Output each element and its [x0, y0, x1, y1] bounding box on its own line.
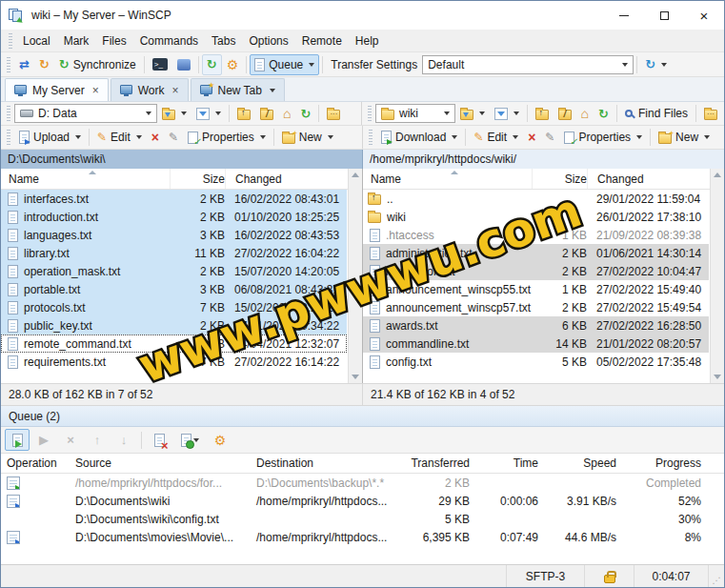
synchronize-button[interactable]: ↻Synchronize	[54, 54, 141, 75]
queue-toggle-button[interactable]: Queue	[250, 54, 319, 75]
scroll-down-icon[interactable]	[352, 375, 359, 379]
swap-panels-button[interactable]: ⇄	[14, 54, 34, 75]
queue-delete-button[interactable]: ×	[58, 429, 83, 451]
toolbar-grip[interactable]	[369, 130, 373, 145]
remote-new-button[interactable]: New	[654, 127, 715, 148]
remote-directory-tree-button[interactable]	[699, 103, 722, 124]
download-button[interactable]: Download	[376, 127, 462, 148]
local-open-directory-button[interactable]	[157, 103, 191, 124]
file-row[interactable]: operation_mask.txt2 KB15/07/2020 14:20:0…	[1, 262, 347, 280]
menu-mark[interactable]: Mark	[57, 30, 96, 51]
remote-delete-button[interactable]: ×	[523, 127, 540, 148]
local-edit-button[interactable]: ✎Edit	[92, 127, 147, 148]
local-path-label[interactable]: D:\Documents\wiki\	[1, 150, 363, 169]
local-root-directory-button[interactable]	[255, 103, 278, 124]
local-parent-directory-button[interactable]	[232, 103, 255, 124]
file-row[interactable]: protocols.txt7 KB15/02/2022 08:25:10	[1, 298, 347, 316]
remote-open-directory-button[interactable]	[455, 103, 490, 124]
file-row[interactable]: introduction.txt2 KB01/10/2020 18:25:25	[1, 208, 347, 226]
file-row[interactable]: administration.txt2 KB01/06/2021 14:30:1…	[363, 244, 709, 262]
queue-delete-all-done-button[interactable]	[147, 429, 171, 451]
column-size[interactable]: Size	[532, 169, 587, 189]
column-size[interactable]: Size	[170, 169, 225, 189]
toolbar-grip[interactable]	[7, 57, 10, 72]
tab-work[interactable]: Work ×	[111, 78, 189, 101]
queue-preferences-button[interactable]: ⚙	[208, 429, 232, 451]
queue-row[interactable]: D:\Documents\wiki\config.txt5 KB30%	[1, 510, 724, 528]
close-button[interactable]: ×	[684, 1, 724, 30]
open-console-button[interactable]: >_	[148, 54, 172, 75]
file-row[interactable]: ..29/01/2022 11:59:04	[363, 190, 709, 208]
minimize-button[interactable]	[604, 1, 644, 30]
maximize-button[interactable]	[644, 1, 684, 30]
local-properties-button[interactable]: Properties	[183, 127, 271, 148]
menu-tabs[interactable]: Tabs	[205, 30, 242, 51]
refresh-button[interactable]: ↻	[202, 54, 222, 75]
queue-row[interactable]: D:\Documents\wiki/home/mprikryl/httpdocs…	[1, 492, 724, 510]
file-row[interactable]: awards.txt6 KB27/02/2022 16:28:50	[363, 316, 709, 335]
menu-commands[interactable]: Commands	[133, 30, 205, 51]
file-row[interactable]: config.txt5 KB05/02/2022 17:35:48	[363, 353, 709, 371]
queue-move-down-button[interactable]: ↓	[111, 429, 136, 451]
column-operation[interactable]: Operation	[1, 456, 70, 470]
file-row[interactable]: portable.txt3 KB06/08/2021 08:43:31	[1, 280, 347, 298]
column-changed[interactable]: Changed	[225, 169, 347, 189]
menu-help[interactable]: Help	[349, 30, 386, 51]
file-row[interactable]: installation.txt2 KB27/02/2022 10:04:47	[363, 262, 709, 280]
file-row[interactable]: wiki26/01/2022 17:38:10	[363, 208, 709, 226]
menu-options[interactable]: Options	[242, 30, 294, 51]
synchronization-options-button[interactable]: ↻	[640, 54, 672, 75]
column-source[interactable]: Source	[70, 456, 251, 470]
file-row[interactable]: announcement_winscp55.txt1 KB27/02/2022 …	[363, 280, 709, 298]
file-row[interactable]: public_key.txt2 KB17/01/2022 10:34:22	[1, 316, 347, 335]
preferences-button[interactable]: ⚙	[222, 54, 244, 75]
file-row[interactable]: .htaccess1 KB21/09/2022 08:39:38	[363, 226, 709, 244]
remote-directory-select[interactable]: wiki	[375, 104, 455, 123]
local-scrollbar[interactable]	[348, 169, 362, 383]
file-row[interactable]: interfaces.txt2 KB16/02/2022 08:43:01	[1, 190, 347, 208]
protocol-indicator[interactable]: SFTP-3	[507, 565, 585, 587]
column-time[interactable]: Time	[475, 456, 544, 470]
local-refresh-button[interactable]: ↻	[295, 103, 315, 124]
scroll-down-icon[interactable]	[714, 375, 721, 379]
menubar-grip[interactable]	[9, 33, 12, 49]
toolbar-grip[interactable]	[7, 130, 10, 145]
transfer-settings-button[interactable]: Transfer Settings	[326, 54, 422, 75]
local-drive-select[interactable]: D: Data	[14, 104, 157, 123]
transfer-settings-select[interactable]: Default	[422, 55, 634, 74]
tab-my-server[interactable]: My Server ×	[5, 78, 109, 101]
local-filter-button[interactable]	[191, 103, 226, 124]
menu-remote[interactable]: Remote	[295, 30, 349, 51]
local-delete-button[interactable]: ×	[147, 127, 164, 148]
remote-rename-button[interactable]: ✎	[540, 127, 559, 148]
file-row[interactable]: remote_command.txt3 KB24/04/2021 12:32:0…	[1, 335, 347, 353]
find-files-button[interactable]: Find Files	[620, 103, 693, 124]
remote-parent-directory-button[interactable]	[531, 103, 554, 124]
open-terminal-button[interactable]	[172, 54, 195, 75]
local-new-button[interactable]: New	[277, 127, 338, 148]
remote-filter-button[interactable]	[490, 103, 524, 124]
queue-show-button[interactable]	[5, 429, 30, 451]
remote-scrollbar[interactable]	[710, 169, 724, 383]
file-row[interactable]: library.txt11 KB27/02/2022 16:04:22	[1, 244, 347, 262]
column-speed[interactable]: Speed	[544, 456, 622, 470]
local-rename-button[interactable]: ✎	[164, 127, 183, 148]
queue-idle-options-button[interactable]	[173, 429, 206, 451]
toolbar-grip[interactable]	[7, 106, 10, 121]
remote-refresh-button[interactable]: ↻	[594, 103, 614, 124]
remote-path-label[interactable]: /home/mprikryl/httpdocs/wiki/	[363, 150, 724, 169]
queue-move-up-button[interactable]: ↑	[85, 429, 110, 451]
tab-new-tab[interactable]: ★ New Tab	[191, 78, 285, 101]
column-progress[interactable]: Progress	[622, 456, 724, 470]
synchronize-browsing-button[interactable]: ↻	[34, 54, 54, 75]
column-destination[interactable]: Destination	[251, 456, 401, 470]
remote-edit-button[interactable]: ✎Edit	[469, 127, 523, 148]
file-row[interactable]: commandline.txt14 KB21/01/2022 08:20:57	[363, 335, 709, 353]
menu-local[interactable]: Local	[16, 30, 57, 51]
file-row[interactable]: requirements.txt7 KB27/02/2022 16:14:22	[1, 353, 347, 371]
queue-row[interactable]: D:\Documents\movies\Movie\.../home/mprik…	[1, 528, 724, 546]
column-name[interactable]: Name	[363, 172, 532, 186]
resize-grip[interactable]: ⋰	[709, 565, 724, 587]
queue-title-bar[interactable]: Queue (2)	[1, 406, 724, 427]
local-directory-tree-button[interactable]	[322, 103, 345, 124]
